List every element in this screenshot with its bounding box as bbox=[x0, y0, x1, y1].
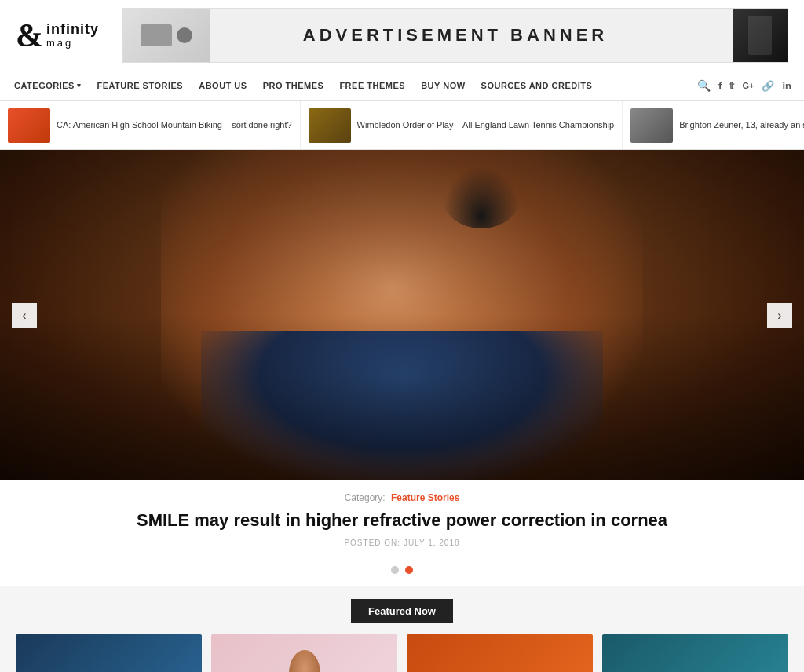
news-ticker: CA: American High School Mountain Biking… bbox=[0, 101, 804, 150]
ad-banner: ADVERTISEMENT BANNER bbox=[122, 8, 788, 63]
nav-item-free-themes[interactable]: FREE THEMES bbox=[331, 71, 413, 100]
ticker-text-1: CA: American High School Mountain Biking… bbox=[57, 119, 292, 131]
hero-dots bbox=[0, 558, 804, 586]
hero-caption: Category: Feature Stories SMILE may resu… bbox=[0, 480, 804, 547]
logo-ampersand: & bbox=[16, 19, 43, 52]
nav-item-about-us[interactable]: ABOUT US bbox=[191, 71, 254, 100]
googleplus-icon[interactable]: G+ bbox=[742, 81, 754, 90]
nav-item-pro-themes[interactable]: PRO THEMES bbox=[255, 71, 332, 100]
ticker-item-3[interactable]: Brighton Zeuner, 13, already an skateboa… bbox=[623, 101, 804, 149]
main-nav: CATEGORIES ▾ FEATURE STORIES ABOUT US PR… bbox=[0, 71, 804, 101]
linkedin-icon[interactable]: in bbox=[782, 80, 791, 92]
hero-prev-button[interactable]: ‹ bbox=[12, 303, 37, 328]
ticker-item-1[interactable]: CA: American High School Mountain Biking… bbox=[0, 101, 301, 149]
logo[interactable]: & infinity mag bbox=[16, 19, 99, 52]
facebook-icon[interactable]: f bbox=[718, 80, 722, 92]
featured-card-1[interactable] bbox=[16, 634, 202, 672]
ticker-text-3: Brighton Zeuner, 13, already an skateboa… bbox=[679, 119, 804, 131]
nav-item-buy-now[interactable]: BUY NOW bbox=[413, 71, 473, 100]
hero-slider: ‹ › Category: Feature Stories SMILE may … bbox=[0, 150, 804, 586]
featured-card-4[interactable] bbox=[602, 634, 788, 672]
logo-line1: infinity bbox=[46, 22, 99, 38]
nav-item-feature-stories[interactable]: FEATURE STORIES bbox=[89, 71, 191, 100]
logo-text: infinity mag bbox=[46, 22, 99, 49]
nav-social-icons: 🔍 f 𝕥 G+ 🔗 in bbox=[691, 79, 798, 92]
hero-image bbox=[0, 150, 804, 480]
nav-item-categories[interactable]: CATEGORIES ▾ bbox=[6, 71, 89, 100]
featured-section: Featured Now bbox=[0, 586, 804, 672]
featured-card-3[interactable] bbox=[407, 634, 593, 672]
featured-card-2[interactable] bbox=[211, 634, 397, 672]
hero-category-link[interactable]: Feature Stories bbox=[391, 492, 459, 503]
ad-right-decoration bbox=[733, 9, 788, 62]
link-icon[interactable]: 🔗 bbox=[762, 80, 774, 92]
nav-items: CATEGORIES ▾ FEATURE STORIES ABOUT US PR… bbox=[6, 71, 600, 100]
ticker-thumbnail-2 bbox=[309, 108, 351, 143]
dropdown-arrow: ▾ bbox=[77, 82, 82, 89]
featured-label-wrapper: Featured Now bbox=[16, 599, 788, 623]
hero-dot-1[interactable] bbox=[391, 566, 399, 574]
twitter-icon[interactable]: 𝕥 bbox=[729, 80, 734, 92]
hero-date: POSTED ON: JULY 1, 2018 bbox=[94, 539, 710, 547]
ticker-text-2: Wimbledon Order of Play – All England La… bbox=[357, 119, 615, 131]
site-header: & infinity mag ADVERTISEMENT BANNER bbox=[0, 0, 804, 71]
ticker-thumbnail-1 bbox=[8, 108, 50, 143]
hero-dot-2[interactable] bbox=[405, 566, 413, 574]
ticker-item-2[interactable]: Wimbledon Order of Play – All England La… bbox=[301, 101, 623, 149]
hero-category: Category: Feature Stories bbox=[94, 492, 710, 503]
search-icon[interactable]: 🔍 bbox=[697, 79, 711, 92]
ad-left-decoration bbox=[123, 9, 210, 62]
hero-title[interactable]: SMILE may result in higher refractive po… bbox=[94, 509, 710, 532]
nav-item-sources-credits[interactable]: SOURCES AND CREDITS bbox=[473, 71, 601, 100]
featured-label: Featured Now bbox=[351, 599, 453, 623]
ticker-thumbnail-3 bbox=[630, 108, 673, 143]
hero-next-button[interactable]: › bbox=[767, 303, 792, 328]
ad-text: ADVERTISEMENT BANNER bbox=[303, 25, 608, 46]
logo-line2: mag bbox=[46, 38, 99, 49]
featured-grid bbox=[16, 634, 788, 672]
